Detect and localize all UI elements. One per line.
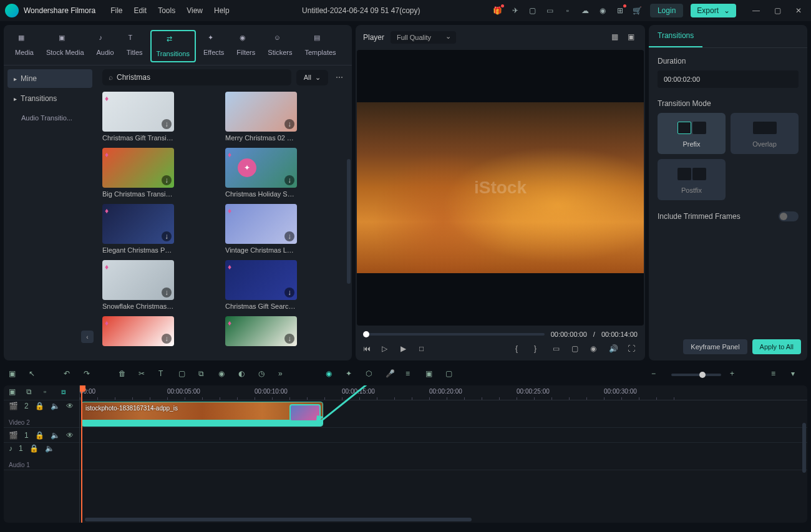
download-icon[interactable]: ↓ [284, 119, 294, 129]
zoom-slider[interactable] [671, 374, 721, 376]
lock-icon[interactable]: 🔒 [35, 431, 44, 440]
pip-icon[interactable]: ▢ [445, 369, 457, 380]
tab-effects[interactable]: ✦Effects [198, 30, 229, 62]
track-video1[interactable] [80, 428, 807, 443]
tab-stickers[interactable]: ☺Stickers [263, 30, 297, 62]
transition-card[interactable]: ↓Merry Christmas 02 Tr... [225, 92, 297, 142]
gift-icon[interactable]: 🎁 [493, 6, 503, 16]
settings-icon[interactable]: ≡ [771, 369, 782, 380]
transition-card[interactable]: ♦↓Big Christmas Transiti... [102, 148, 174, 198]
shield-icon[interactable]: ⬡ [366, 369, 377, 380]
pointer-icon[interactable]: ↖ [29, 369, 40, 380]
cloud-icon[interactable]: ☁ [580, 6, 590, 16]
menu-edit[interactable]: Edit [134, 6, 147, 15]
cart-icon[interactable]: 🛒 [633, 6, 643, 16]
track-head-audio1[interactable]: ♪1 🔒 🔈 Audio 1 [4, 443, 79, 470]
eye-icon[interactable]: 👁 [66, 402, 74, 410]
keyframe-panel-button[interactable]: Keyframe Panel [683, 339, 747, 354]
scrollbar-horizontal[interactable] [85, 518, 472, 521]
menu-file[interactable]: File [110, 6, 122, 15]
apps-icon[interactable]: ⊞ [615, 6, 625, 16]
menu-tools[interactable]: Tools [158, 6, 175, 15]
prev-frame-icon[interactable]: ⏮ [363, 344, 373, 354]
save-icon[interactable]: ▫ [563, 6, 573, 16]
properties-tab-transitions[interactable]: Transitions [649, 25, 702, 47]
tablet-icon[interactable]: ▢ [528, 6, 538, 16]
delete-icon[interactable]: 🗑 [119, 369, 130, 380]
scrollbar-vertical[interactable] [802, 423, 806, 473]
export-button[interactable]: Export⌄ [691, 4, 736, 17]
timeline-ruler[interactable]: 00:0000:00:05:0000:00:10:0000:00:15:0000… [80, 385, 807, 400]
track-head-video2[interactable]: 🎬2 🔒 🔈 👁 Video 2 [4, 400, 79, 428]
filter-dropdown[interactable]: All⌄ [296, 70, 328, 85]
preview-viewport[interactable]: iStock [357, 50, 644, 326]
transition-card[interactable]: ♦↓Christmas Gift Search ... [225, 260, 297, 310]
lock-icon[interactable]: 🔒 [29, 444, 39, 453]
play-range-icon[interactable]: ▷ [382, 344, 392, 354]
desktop-icon[interactable]: ▭ [545, 6, 555, 16]
play-icon[interactable]: ▶ [401, 344, 410, 354]
zoom-in-icon[interactable]: + [730, 369, 741, 380]
transition-card[interactable]: ♦↓Christmas Gift Transiti... [102, 92, 174, 142]
video-clip[interactable]: istockphoto-1838167314-adpp_is [81, 402, 323, 427]
fullscreen-icon[interactable]: ⛶ [628, 344, 638, 354]
mute-icon[interactable]: 🔈 [45, 444, 54, 453]
playhead[interactable] [81, 385, 82, 523]
split-icon[interactable]: ✂ [138, 369, 150, 380]
mode-overlap[interactable]: Overlap [731, 113, 799, 154]
snapshot-icon[interactable]: ▣ [628, 32, 638, 42]
maximize-icon[interactable]: ▢ [770, 3, 785, 18]
apply-all-button[interactable]: Apply to All [752, 339, 801, 354]
link-icon[interactable]: ⧉ [198, 369, 210, 380]
sidebar-transitions[interactable]: ▸Transitions [7, 89, 92, 108]
mode-postfix[interactable]: Postfix [658, 159, 726, 200]
download-icon[interactable]: ↓ [162, 334, 172, 344]
download-icon[interactable]: ↓ [162, 231, 172, 241]
close-icon[interactable]: ✕ [791, 3, 806, 18]
tab-audio[interactable]: ♪Audio [92, 30, 119, 62]
download-icon[interactable]: ↓ [162, 119, 172, 129]
marker-icon[interactable]: ▣ [9, 369, 20, 380]
timeline-tracks[interactable]: 00:0000:00:05:0000:00:10:0000:00:15:0000… [80, 385, 807, 523]
tab-stock-media[interactable]: ▣Stock Media [41, 30, 89, 62]
ai-icon[interactable]: ◉ [326, 369, 337, 380]
tab-media[interactable]: ▦Media [10, 30, 39, 62]
mark-out-icon[interactable]: } [534, 344, 544, 354]
enhance-icon[interactable]: ✦ [346, 369, 357, 380]
more-options-icon[interactable]: ⋯ [333, 73, 346, 82]
add-track-icon[interactable]: ▣ [9, 387, 20, 399]
tab-titles[interactable]: TTitles [122, 30, 148, 62]
headset-icon[interactable]: ◉ [598, 6, 608, 16]
sidebar-audio-transitions[interactable]: Audio Transitio... [7, 109, 92, 127]
transition-card[interactable]: ♦↓Elegant Christmas Pac... [102, 204, 174, 254]
text-icon[interactable]: T [158, 369, 170, 380]
volume-icon[interactable]: 🔊 [609, 344, 619, 354]
transition-card[interactable]: ♦↓ [225, 316, 297, 349]
speed-icon[interactable]: ◉ [218, 369, 230, 380]
notes-icon[interactable]: ≡ [406, 369, 417, 380]
record-icon[interactable]: ▣ [425, 369, 437, 380]
login-button[interactable]: Login [650, 4, 683, 17]
scrollbar-vertical[interactable] [347, 159, 351, 284]
send-icon[interactable]: ✈ [510, 6, 520, 16]
magnet-icon[interactable]: ▫ [44, 387, 55, 399]
display-icon[interactable]: ▢ [571, 344, 581, 354]
crop-icon[interactable]: ▢ [178, 369, 190, 380]
transition-card[interactable]: ♦↓Vintage Christmas Lett... [225, 204, 297, 254]
redo-icon[interactable]: ↷ [84, 369, 95, 380]
track-video2[interactable]: istockphoto-1838167314-adpp_is [80, 400, 807, 428]
mute-icon[interactable]: 🔈 [51, 402, 60, 410]
quality-dropdown[interactable]: Full Quality [391, 31, 456, 44]
download-icon[interactable]: ↓ [284, 288, 294, 297]
sidebar-mine[interactable]: ▸Mine [7, 69, 92, 88]
mute-icon[interactable]: 🔈 [51, 431, 60, 440]
track-audio1[interactable] [80, 443, 807, 470]
search-box[interactable]: ⌕ [102, 69, 291, 85]
download-icon[interactable]: ↓ [162, 288, 172, 297]
tab-templates[interactable]: ▤Templates [299, 30, 341, 62]
download-icon[interactable]: ↓ [284, 175, 294, 185]
collapse-sidebar-button[interactable]: ‹ [81, 331, 94, 343]
duration-input[interactable] [658, 70, 799, 88]
mic-icon[interactable]: 🎤 [386, 369, 397, 380]
eye-icon[interactable]: 👁 [66, 431, 74, 440]
